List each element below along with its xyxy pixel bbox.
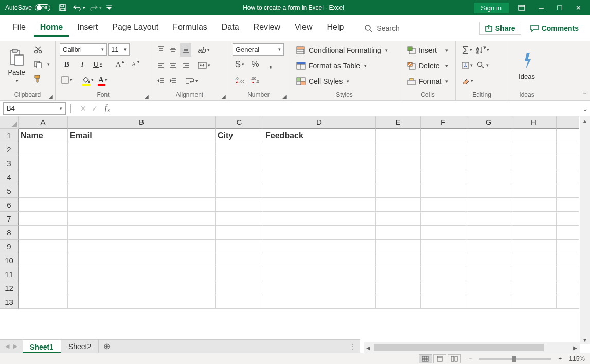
- cell[interactable]: [511, 156, 557, 170]
- cell[interactable]: [263, 142, 376, 156]
- cell[interactable]: [511, 295, 557, 309]
- cell[interactable]: [557, 281, 579, 295]
- cell[interactable]: [511, 226, 557, 240]
- cell[interactable]: [68, 253, 216, 267]
- cell[interactable]: [421, 198, 466, 212]
- row-header[interactable]: 13: [0, 295, 19, 309]
- cell[interactable]: [263, 295, 376, 309]
- cell[interactable]: [68, 198, 216, 212]
- row-header[interactable]: 6: [0, 198, 19, 212]
- cell[interactable]: [263, 267, 376, 281]
- align-right-button[interactable]: [180, 59, 191, 72]
- close-icon[interactable]: ✕: [574, 4, 583, 12]
- insert-cells-button[interactable]: Insert▾: [404, 43, 451, 58]
- new-sheet-button[interactable]: ⊕: [99, 341, 114, 351]
- fx-icon[interactable]: fx: [105, 104, 110, 113]
- fill-button[interactable]: ▾: [460, 59, 474, 72]
- cell[interactable]: [216, 226, 263, 240]
- cell[interactable]: [68, 281, 216, 295]
- comma-format-button[interactable]: ,: [263, 58, 278, 71]
- cell[interactable]: [466, 170, 511, 184]
- underline-button[interactable]: U▾: [91, 58, 105, 71]
- tell-me-search[interactable]: Search: [364, 24, 399, 32]
- maximize-icon[interactable]: ☐: [555, 4, 564, 12]
- cell[interactable]: [376, 212, 421, 226]
- cell[interactable]: [557, 198, 579, 212]
- cell[interactable]: [376, 198, 421, 212]
- copy-button[interactable]: [31, 58, 45, 71]
- cell[interactable]: [421, 240, 466, 253]
- cell[interactable]: [557, 267, 579, 281]
- cell[interactable]: [68, 295, 216, 309]
- vertical-scrollbar[interactable]: ▲▼: [580, 116, 590, 344]
- cell[interactable]: [466, 198, 511, 212]
- format-painter-button[interactable]: [31, 72, 45, 85]
- tab-view[interactable]: View: [289, 20, 318, 37]
- zoom-in-button[interactable]: +: [558, 355, 562, 362]
- cell[interactable]: [216, 156, 263, 170]
- cell[interactable]: [421, 267, 466, 281]
- redo-icon[interactable]: ▾: [88, 2, 103, 14]
- cell[interactable]: [557, 240, 579, 253]
- cell[interactable]: [511, 253, 557, 267]
- enter-formula-icon[interactable]: ✓: [92, 104, 98, 113]
- cell[interactable]: Name: [19, 129, 68, 142]
- cell[interactable]: [376, 240, 421, 253]
- cell[interactable]: [216, 142, 263, 156]
- cell[interactable]: [216, 198, 263, 212]
- cut-button[interactable]: [31, 43, 45, 57]
- customize-qat-icon[interactable]: [105, 2, 113, 14]
- cell[interactable]: [263, 212, 376, 226]
- row-header[interactable]: 11: [0, 267, 19, 281]
- grow-font-button[interactable]: A▴: [111, 58, 126, 71]
- cell[interactable]: [216, 267, 263, 281]
- cell[interactable]: [466, 253, 511, 267]
- cell[interactable]: [466, 212, 511, 226]
- cell[interactable]: [466, 129, 511, 142]
- paste-button[interactable]: Paste ▾: [4, 43, 29, 88]
- format-cells-button[interactable]: Format▾: [404, 74, 451, 88]
- cell[interactable]: [68, 212, 216, 226]
- cell[interactable]: [376, 156, 421, 170]
- cell[interactable]: [216, 212, 263, 226]
- cell[interactable]: [557, 129, 579, 142]
- cell[interactable]: [466, 240, 511, 253]
- format-as-table-button[interactable]: Format as Table▾: [293, 59, 396, 73]
- column-header[interactable]: D: [263, 116, 376, 129]
- increase-decimal-button[interactable]: .0.00: [233, 73, 247, 86]
- formula-input[interactable]: [113, 102, 581, 115]
- accounting-format-button[interactable]: $▾: [233, 58, 247, 71]
- cell[interactable]: Email: [68, 129, 216, 142]
- cell[interactable]: [68, 170, 216, 184]
- delete-cells-button[interactable]: Delete▾: [404, 59, 451, 73]
- tab-page-layout[interactable]: Page Layout: [106, 20, 165, 37]
- cell[interactable]: [216, 253, 263, 267]
- cell[interactable]: [19, 226, 68, 240]
- save-icon[interactable]: [56, 2, 70, 14]
- cell[interactable]: [263, 184, 376, 198]
- comments-button[interactable]: Comments: [525, 22, 584, 34]
- cell[interactable]: [421, 253, 466, 267]
- clear-button[interactable]: ▾: [460, 74, 474, 87]
- cell[interactable]: [466, 295, 511, 309]
- percent-format-button[interactable]: %: [248, 58, 262, 71]
- dialog-launcher-icon[interactable]: ◢: [222, 94, 226, 99]
- select-all-corner[interactable]: [0, 116, 19, 129]
- cell[interactable]: [376, 142, 421, 156]
- column-header[interactable]: B: [68, 116, 216, 129]
- cell[interactable]: [376, 295, 421, 309]
- cell[interactable]: [466, 156, 511, 170]
- column-header[interactable]: H: [511, 116, 557, 129]
- font-name-dropdown[interactable]: Calibri▾: [60, 43, 107, 56]
- ideas-button[interactable]: Ideas: [512, 43, 541, 88]
- wrap-text-button[interactable]: ▾: [184, 74, 199, 87]
- cell[interactable]: [511, 198, 557, 212]
- cell[interactable]: [466, 184, 511, 198]
- cell[interactable]: [19, 198, 68, 212]
- font-color-button[interactable]: A▾: [96, 73, 110, 86]
- cell[interactable]: [511, 129, 557, 142]
- row-header[interactable]: 8: [0, 226, 19, 240]
- row-header[interactable]: 9: [0, 240, 19, 253]
- cell[interactable]: [19, 295, 68, 309]
- cell[interactable]: [511, 142, 557, 156]
